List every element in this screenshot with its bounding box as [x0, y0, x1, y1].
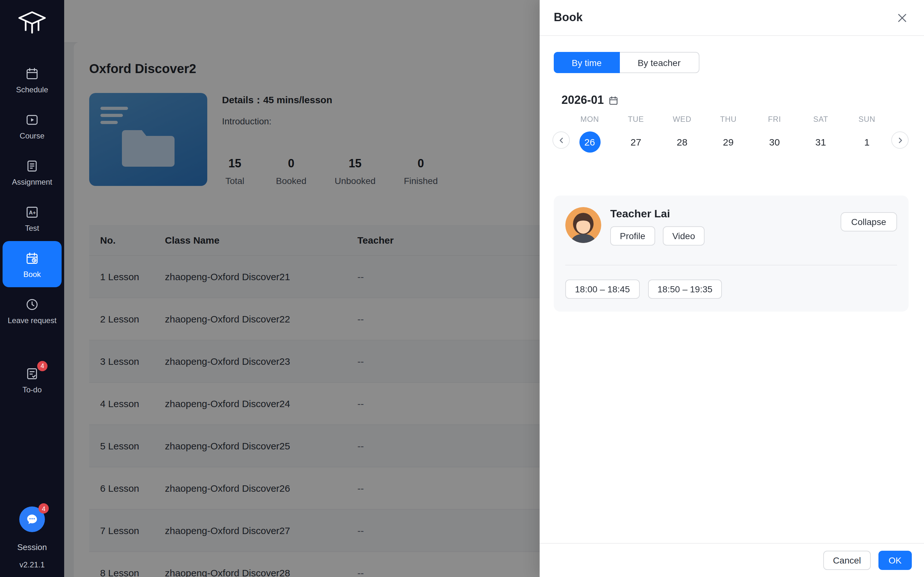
graduation-cap-icon: [16, 10, 48, 39]
collapse-button[interactable]: Collapse: [840, 212, 897, 231]
month-picker[interactable]: 2026-01: [554, 93, 909, 107]
assignment-icon: [24, 158, 40, 173]
session-chat-button[interactable]: 4: [19, 506, 45, 532]
session-label: Session: [17, 542, 47, 552]
drawer-title: Book: [554, 11, 583, 24]
day-column: TUE 27: [613, 115, 659, 153]
sidebar-item-course[interactable]: Course: [0, 103, 64, 149]
day-column: THU 29: [705, 115, 751, 153]
weekday-label: TUE: [613, 115, 659, 124]
sidebar-item-assignment[interactable]: Assignment: [0, 149, 64, 195]
video-button[interactable]: Video: [662, 226, 704, 245]
cancel-button[interactable]: Cancel: [823, 551, 871, 570]
week-strip: MON 26 TUE 27 WED 28 THU 29: [554, 115, 909, 157]
time-slot-button[interactable]: 18:00 – 18:45: [565, 279, 640, 299]
todo-badge: 4: [37, 361, 47, 371]
weekday-label: SUN: [844, 115, 890, 124]
teacher-card: Teacher Lai Profile Video Collapse 18:00…: [554, 195, 909, 311]
close-button[interactable]: [895, 10, 910, 25]
sidebar-item-label: Assignment: [12, 178, 52, 185]
weekday-label: SAT: [798, 115, 844, 124]
date-cell[interactable]: 29: [718, 131, 739, 153]
app-root: Schedule Course Assignment: [0, 0, 924, 577]
week-days: MON 26 TUE 27 WED 28 THU 29: [567, 115, 890, 153]
day-column: FRI 30: [751, 115, 798, 153]
sidebar: Schedule Course Assignment: [0, 0, 64, 577]
drawer-header: Book: [540, 0, 924, 36]
teacher-avatar: [565, 207, 601, 243]
next-week-button[interactable]: [891, 131, 909, 149]
weekday-label: MON: [567, 115, 613, 124]
video-course-icon: [24, 112, 40, 127]
sidebar-item-leave-request[interactable]: Leave request: [0, 287, 64, 334]
tab-by-time[interactable]: By time: [554, 52, 620, 73]
calendar-icon: [608, 95, 619, 105]
test-a-plus-icon: A+: [24, 204, 40, 219]
booking-mode-tabs: By time By teacher: [554, 52, 909, 73]
month-value: 2026-01: [561, 93, 604, 107]
teacher-card-divider: [565, 265, 897, 266]
teacher-actions: Profile Video: [610, 226, 705, 245]
date-cell[interactable]: 27: [625, 131, 646, 153]
calendar-icon: [24, 66, 40, 81]
chevron-left-icon: [557, 136, 565, 144]
sidebar-item-label: Leave request: [8, 316, 57, 324]
sidebar-item-book[interactable]: Book: [3, 241, 61, 287]
sidebar-item-label: Book: [23, 270, 41, 278]
sidebar-item-label: To-do: [23, 386, 42, 393]
weekday-label: FRI: [751, 115, 798, 124]
drawer-body: By time By teacher 2026-01 MON: [540, 52, 924, 311]
profile-button[interactable]: Profile: [610, 226, 655, 245]
weekday-label: THU: [705, 115, 751, 124]
app-logo: [16, 6, 48, 42]
sidebar-item-label: Test: [25, 224, 39, 232]
sidebar-item-todo[interactable]: 4 To-do: [0, 356, 64, 403]
chevron-right-icon: [896, 136, 904, 144]
weekday-label: WED: [659, 115, 705, 124]
date-cell[interactable]: 28: [672, 131, 693, 153]
day-column: SAT 31: [798, 115, 844, 153]
teacher-card-header: Teacher Lai Profile Video Collapse: [565, 207, 897, 245]
tab-by-teacher[interactable]: By teacher: [620, 52, 699, 73]
day-column: WED 28: [659, 115, 705, 153]
avatar-illustration: [565, 207, 601, 243]
svg-text:A+: A+: [29, 210, 36, 215]
book-calendar-icon: [24, 250, 40, 266]
date-cell-selected[interactable]: 26: [579, 131, 600, 153]
sidebar-item-test[interactable]: A+ Test: [0, 195, 64, 241]
drawer-footer: Cancel OK: [540, 543, 924, 577]
day-column: SUN 1: [844, 115, 890, 153]
sidebar-item-label: Schedule: [16, 85, 48, 93]
date-cell[interactable]: 1: [856, 131, 877, 153]
date-cell[interactable]: 30: [764, 131, 785, 153]
teacher-info: Teacher Lai Profile Video: [610, 207, 705, 245]
teacher-name: Teacher Lai: [610, 208, 705, 221]
chat-bubble-icon: [25, 512, 39, 526]
todo-checklist-icon: 4: [24, 366, 40, 381]
sidebar-item-label: Course: [19, 132, 44, 139]
date-cell[interactable]: 31: [810, 131, 831, 153]
sidebar-menu: Schedule Course Assignment: [0, 56, 64, 403]
clock-icon: [24, 297, 40, 312]
time-slot-button[interactable]: 18:50 – 19:35: [648, 279, 722, 299]
app-version: v2.21.1: [19, 560, 45, 569]
ok-button[interactable]: OK: [879, 551, 912, 570]
time-slots: 18:00 – 18:45 18:50 – 19:35: [565, 279, 897, 299]
day-column: MON 26: [567, 115, 613, 153]
sidebar-item-schedule[interactable]: Schedule: [0, 56, 64, 103]
sidebar-bottom: 4 Session v2.21.1: [0, 506, 64, 569]
session-badge: 4: [39, 503, 49, 514]
book-drawer: Book By time By teacher 2026-01: [540, 0, 924, 577]
close-icon: [897, 13, 907, 23]
